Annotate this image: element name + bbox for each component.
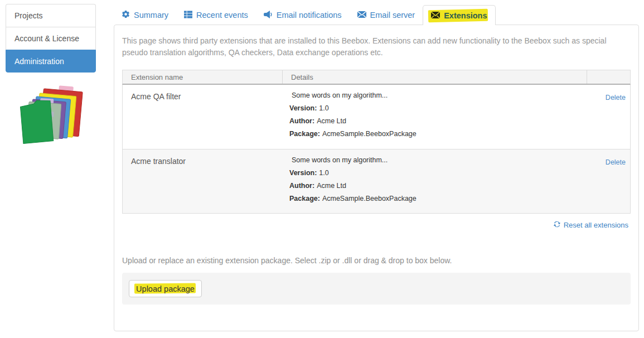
page-description: This page shows third party extensions t…: [122, 35, 627, 59]
table-header-row: Extension name Details: [122, 70, 631, 85]
sidebar-item-account-license[interactable]: Account & License: [6, 27, 96, 50]
upload-button-label: Upload package: [136, 284, 195, 293]
table-row: Acme translator Some words on my algorit…: [123, 149, 630, 213]
sidebar: Projects Account & License Administratio…: [6, 4, 96, 73]
detail-label: Version:: [289, 104, 317, 112]
beebox-admin-page: Projects Account & License Administratio…: [0, 0, 644, 338]
megaphone-icon: [264, 11, 273, 20]
row-actions: Delete: [587, 149, 630, 213]
extensions-table: Extension name Details Acme QA filter So…: [122, 70, 631, 214]
reset-all-extensions-link[interactable]: Reset all extensions: [553, 220, 628, 230]
extension-details: Some words on my algorithm... Version:1.…: [283, 85, 587, 149]
envelope-icon: [357, 11, 366, 20]
detail-value: Some words on my algorithm...: [292, 91, 388, 99]
detail-value: Some words on my algorithm...: [292, 156, 388, 164]
table-row: Acme QA filter Some words on my algorith…: [123, 85, 630, 149]
envelope-icon: [431, 11, 440, 20]
column-header-extension-name: Extension name: [123, 70, 283, 84]
detail-value: Acme Ltd: [317, 182, 346, 190]
tab-label: Summary: [134, 11, 168, 20]
tab-label: Email server: [370, 11, 415, 20]
tab-summary[interactable]: Summary: [114, 5, 176, 25]
delete-link[interactable]: Delete: [606, 94, 626, 102]
details-author: Author:Acme Ltd: [289, 117, 580, 125]
details-summary: Some words on my algorithm...: [289, 91, 580, 99]
tab-label: Email notifications: [277, 11, 342, 20]
row-actions: Delete: [587, 85, 630, 149]
detail-value: AcmeSample.BeeboxPackage: [322, 130, 417, 138]
upload-package-button[interactable]: Upload package: [129, 280, 202, 297]
extensions-panel: This page shows third party extensions t…: [114, 25, 639, 331]
detail-label: Author:: [289, 182, 314, 190]
detail-label: Version:: [289, 169, 317, 177]
extension-name: Acme QA filter: [123, 85, 283, 149]
refresh-icon: [553, 220, 561, 230]
details-author: Author:Acme Ltd: [289, 182, 580, 190]
column-header-details: Details: [283, 70, 587, 84]
sidebar-item-administration[interactable]: Administration: [6, 50, 96, 73]
detail-value: Acme Ltd: [317, 117, 346, 125]
detail-value: 1.0: [319, 104, 328, 112]
details-package: Package:AcmeSample.BeeboxPackage: [289, 195, 580, 202]
folders-illustration: [16, 84, 88, 146]
delete-link[interactable]: Delete: [606, 158, 626, 166]
extension-details: Some words on my algorithm... Version:1.…: [283, 149, 587, 213]
reset-link-label: Reset all extensions: [564, 221, 628, 229]
details-package: Package:AcmeSample.BeeboxPackage: [289, 130, 580, 138]
detail-label: Package:: [289, 130, 320, 138]
tab-bar: Summary Recent events Email notification…: [114, 5, 496, 25]
tab-email-server[interactable]: Email server: [350, 5, 423, 25]
tab-recent-events[interactable]: Recent events: [176, 5, 256, 25]
tab-email-notifications[interactable]: Email notifications: [256, 5, 350, 25]
table-body: Acme QA filter Some words on my algorith…: [122, 85, 631, 214]
gear-icon: [122, 10, 130, 20]
column-header-actions: [587, 70, 630, 84]
tab-label: Recent events: [196, 11, 248, 20]
details-version: Version:1.0: [289, 104, 580, 112]
detail-label: Package:: [289, 195, 320, 202]
detail-value: 1.0: [319, 169, 328, 177]
details-summary: Some words on my algorithm...: [289, 156, 580, 164]
sidebar-item-projects[interactable]: Projects: [6, 4, 96, 27]
list-icon: [184, 11, 192, 20]
detail-label: Author:: [289, 117, 314, 125]
details-version: Version:1.0: [289, 169, 580, 177]
tab-extensions[interactable]: Extensions: [423, 5, 495, 25]
extension-name: Acme translator: [123, 149, 283, 213]
detail-value: AcmeSample.BeeboxPackage: [322, 195, 417, 202]
tab-label: Extensions: [444, 11, 487, 20]
upload-instructions: Upload or replace an existing extension …: [122, 256, 452, 265]
folders-icon: [16, 84, 88, 146]
upload-dropzone[interactable]: Upload package: [122, 273, 631, 305]
